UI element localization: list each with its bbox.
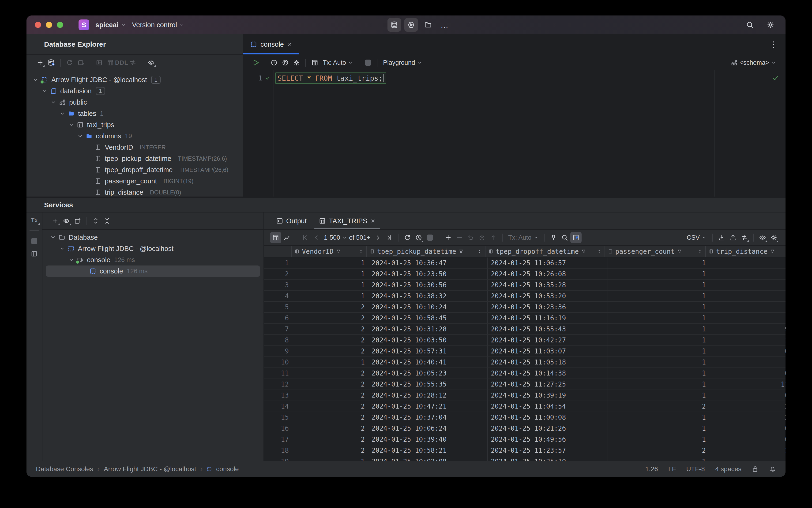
grid-tx-mode-select[interactable]: Tx: Auto [508,234,538,241]
cell[interactable]: 2 [292,302,368,312]
cell[interactable]: 2024-01-25 10:05:23 [368,368,488,379]
cell[interactable]: 2024-01-25 10:28:12 [368,390,488,400]
cell[interactable]: 2 [292,346,368,356]
stop-button[interactable] [362,57,374,68]
explorer-tree-item[interactable]: tpep_dropoff_datetimeTIMESTAMP(26,6) [27,164,242,175]
sql-editor[interactable]: 1 SELECT*FROMtaxi_trips; [243,70,785,197]
page-range-select[interactable]: 1-500 of 501+ [324,234,370,241]
row-number[interactable]: 16 [264,423,292,434]
parameters-button[interactable] [280,57,291,68]
previous-page-button[interactable] [311,232,322,243]
sort-icon[interactable] [697,249,703,254]
playground-select[interactable]: Playground [383,59,422,67]
grid-view-options-button[interactable] [757,232,768,243]
lock-icon[interactable] [752,466,759,473]
tab-console[interactable]: console [243,34,299,54]
cell[interactable]: 2024-01-25 11:00:08 [488,412,608,423]
row-number[interactable]: 3 [264,280,292,290]
run-widget-button[interactable] [404,18,418,32]
delete-row-button[interactable] [454,232,465,243]
cell[interactable]: 2024-01-25 11:04:54 [488,401,608,412]
indent-setting[interactable]: 4 spaces [715,465,741,473]
cell[interactable]: 2024-01-25 10:55:43 [488,324,608,334]
close-tab-icon[interactable] [370,218,375,223]
cell[interactable]: 2024-01-25 10:35:28 [488,280,608,290]
filter-icon[interactable] [458,249,464,254]
cell[interactable]: 2024-01-25 10:39:40 [368,434,488,445]
cell[interactable]: 1 [608,357,709,368]
chart-view-button[interactable] [281,232,292,243]
editor-options-icon[interactable]: ⋮ [770,40,777,49]
column-header-tpep_pickup_datetime[interactable]: tpep_pickup_datetime [367,246,486,257]
cell[interactable]: 2024-01-25 10:02:08 [368,456,488,461]
submit-button[interactable] [488,232,499,243]
collapse-all-button[interactable] [101,215,113,226]
row-number[interactable]: 4 [264,291,292,301]
cell[interactable]: 2.46 [709,412,785,423]
cell[interactable]: 2 [292,434,368,445]
explorer-tree-item[interactable]: Arrow Flight JDBC - @localhost1 [27,74,242,85]
data-source-properties-button[interactable] [46,57,57,68]
cell[interactable]: 2024-01-25 10:40:41 [368,357,488,368]
cell[interactable]: 1 [608,324,709,334]
ddl-button[interactable]: DDL [116,57,127,68]
cell[interactable]: 0.43 [709,434,785,445]
cell[interactable]: 0.75 [709,390,785,400]
cell[interactable]: 2024-01-25 11:16:19 [488,313,608,324]
row-number[interactable]: 14 [264,401,292,412]
cell[interactable]: 2024-01-25 10:58:45 [368,313,488,324]
cell[interactable]: 2024-01-25 11:06:57 [488,257,608,268]
explorer-tree-item[interactable]: tables1 [27,108,242,119]
filter-panel-button[interactable] [570,232,582,243]
sort-icon[interactable] [358,249,364,254]
cell[interactable]: 2024-01-25 10:14:38 [488,368,608,379]
cell[interactable]: 1 [608,257,709,268]
explorer-tree-item[interactable]: trip_distanceDOUBLE(0) [27,187,242,197]
explorer-tree-item[interactable]: VendorIDINTEGER [27,142,242,153]
row-number[interactable]: 1 [264,257,292,268]
column-header-tpep_dropoff_datetime[interactable]: tpep_dropoff_datetime [486,246,605,257]
open-query-console-button[interactable] [94,57,105,68]
cell[interactable]: 1 [292,456,368,461]
cell[interactable]: 2024-01-25 10:58:21 [368,445,488,456]
expand-all-button[interactable] [90,215,101,226]
cell[interactable]: 2024-01-25 10:03:50 [368,335,488,345]
tx-filter-button[interactable]: Tx [30,216,39,225]
view-options-button[interactable] [145,57,157,68]
cell[interactable]: 0.98 [709,423,785,434]
version-control-menu[interactable]: Version control [132,21,184,29]
tab-taxi-trips[interactable]: TAXI_TRIPS [313,212,381,229]
cell[interactable]: 2024-01-25 10:38:32 [368,291,488,301]
row-number[interactable]: 2 [264,268,292,279]
cell[interactable]: 2 [292,335,368,345]
row-number[interactable]: 19 [264,456,292,461]
cell[interactable]: 1 [608,379,709,389]
auto-refresh-button[interactable] [413,232,424,243]
filter-icon[interactable] [581,249,586,254]
cell[interactable]: 2.06 [709,401,785,412]
cell[interactable]: 2024-01-25 10:06:24 [368,423,488,434]
revert-button[interactable] [465,232,476,243]
column-header-passenger_count[interactable]: passenger_count [605,246,706,257]
database-tool-button[interactable] [388,18,401,32]
cell[interactable]: 2024-01-25 10:25:10 [488,456,608,461]
in-editor-results-button[interactable] [309,57,320,68]
file-encoding[interactable]: UTF-8 [686,465,705,473]
caret-position[interactable]: 1:26 [645,465,658,473]
cell[interactable]: 1.7 [709,456,785,461]
more-toolbar-icon[interactable]: … [441,20,449,30]
cell[interactable]: 2024-01-25 10:23:50 [368,268,488,279]
open-in-new-tab-button[interactable] [72,215,83,226]
cell[interactable]: 1.07 [709,302,785,312]
transfer-button[interactable] [739,232,750,243]
cell[interactable]: 2.9 [709,257,785,268]
notifications-icon[interactable] [769,466,776,473]
cell[interactable]: 2024-01-25 11:03:07 [488,346,608,356]
filter-icon[interactable] [336,249,341,254]
row-number[interactable]: 7 [264,324,292,334]
cell[interactable]: 1 [608,346,709,356]
reload-page-button[interactable] [402,232,413,243]
cell[interactable]: 1 [608,268,709,279]
console-settings-button[interactable] [291,57,302,68]
row-number[interactable]: 8 [264,335,292,345]
